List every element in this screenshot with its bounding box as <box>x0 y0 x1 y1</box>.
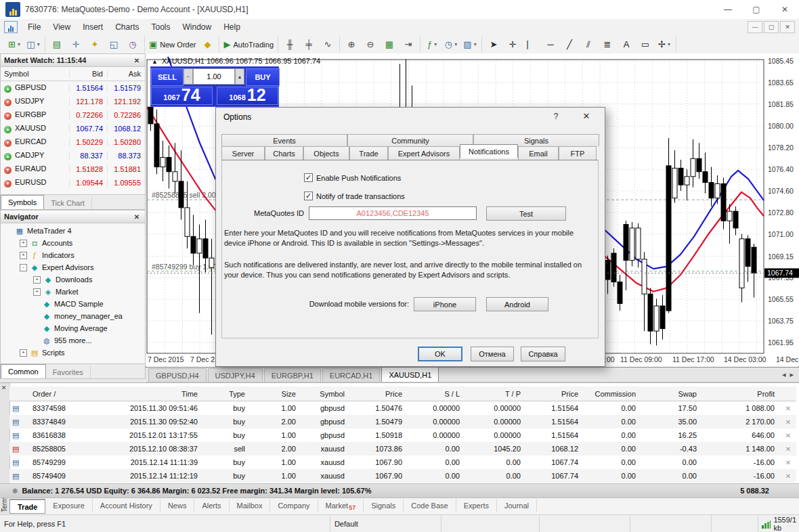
auto-scroll-button[interactable]: ▦ <box>380 37 399 53</box>
market-watch-row[interactable]: ▼EURCAD1.502291.50280 <box>1 135 145 149</box>
navigator-item-expert-advisors[interactable]: -◆Expert Advisors <box>1 261 145 273</box>
terminal-tab-alerts[interactable]: Alerts <box>194 499 229 512</box>
new-order-button[interactable]: ▣New Order <box>147 37 198 53</box>
dialog-tab-ftp[interactable]: FTP <box>559 146 597 160</box>
navigator-item-moving-average[interactable]: ◆Moving Average <box>1 322 145 334</box>
navigator-item-955-more-[interactable]: ◍955 more... <box>1 334 145 347</box>
terminal-tab-market[interactable]: Market57 <box>318 499 364 512</box>
market-watch-row[interactable]: ▼EURAUD1.518281.51881 <box>1 162 145 176</box>
table-row[interactable]: ▤857492992015.12.14 11:11:39buy1.00xauus… <box>9 456 796 469</box>
chart-tab-eurcad-h1[interactable]: EURCAD,H1 <box>322 368 381 382</box>
test-button[interactable]: Test <box>486 206 566 221</box>
navigator-item-macd-sample[interactable]: ◆MACD Sample <box>1 298 145 310</box>
menu-window[interactable]: Window <box>177 19 218 35</box>
cursor-button[interactable]: ➤ <box>484 37 503 53</box>
navigator-item-metatrader-4[interactable]: ▦MetaTrader 4 <box>1 225 145 237</box>
close-position-icon[interactable]: ✕ <box>780 472 796 480</box>
market-watch-tab-tick-chart[interactable]: Tick Chart <box>44 197 92 209</box>
menu-tools[interactable]: Tools <box>146 19 177 35</box>
market-watch-button[interactable]: ▤ <box>47 37 66 53</box>
expand-icon[interactable]: + <box>33 288 41 296</box>
chart-tabs-scroll-left-icon[interactable]: ◂ <box>782 370 786 379</box>
window-close-button[interactable]: ✕ <box>771 0 799 19</box>
navigator-item-downloads[interactable]: +◆Downloads <box>1 273 145 286</box>
horizontal-line-button[interactable]: ─ <box>541 37 560 53</box>
indicators-button[interactable]: ƒ▾ <box>423 37 441 53</box>
crosshair-button[interactable]: ✛ <box>503 37 522 53</box>
text-button[interactable]: A <box>617 37 636 53</box>
market-watch-row[interactable]: ▼USDJPY121.178121.192 <box>1 95 145 108</box>
navigator-tab-common[interactable]: Common <box>1 364 46 378</box>
chart-line-button[interactable]: ∿ <box>318 37 337 53</box>
menu-help[interactable]: Help <box>217 19 246 35</box>
close-position-icon[interactable]: ✕ <box>780 418 796 426</box>
close-position-icon[interactable]: ✕ <box>780 432 796 439</box>
navigator-item-scripts[interactable]: +▤Scripts <box>1 347 145 359</box>
chart-close-button[interactable]: ✕ <box>780 21 795 33</box>
chart-tab-usdjpy-h4[interactable]: USDJPY,H4 <box>208 368 263 382</box>
expand-icon[interactable]: + <box>20 240 27 247</box>
ok-button[interactable]: OK <box>418 347 462 361</box>
menu-view[interactable]: View <box>47 19 77 35</box>
buy-button[interactable]: BUY <box>246 68 280 86</box>
market-watch-row[interactable]: ▲GBPUSD1.515641.51579 <box>1 81 145 95</box>
volume-decrease-button[interactable]: − <box>183 68 193 85</box>
expand-icon[interactable]: + <box>20 349 27 357</box>
terminal-tab-trade[interactable]: Trade <box>9 499 45 514</box>
collapse-icon[interactable]: - <box>20 264 27 271</box>
arrows-button[interactable]: ✢▾ <box>655 37 674 53</box>
terminal-tab-news[interactable]: News <box>160 499 195 512</box>
sell-price-panel[interactable]: 1067 74 <box>151 87 213 105</box>
vertical-line-button[interactable]: ⎸ <box>522 37 541 53</box>
terminal-tab-company[interactable]: Company <box>270 499 318 512</box>
dialog-tab-expert-advisors[interactable]: Expert Advisors <box>388 146 460 160</box>
menu-file[interactable]: File <box>22 19 47 35</box>
navigator-item-indicators[interactable]: +ƒIndicators <box>1 249 145 261</box>
market-watch-close-icon[interactable]: ✕ <box>132 57 142 64</box>
terminal-tab-signals[interactable]: Signals <box>364 499 404 512</box>
chart-tabs-scroll-right-icon[interactable]: ▸ <box>790 370 794 379</box>
window-minimize-button[interactable]: — <box>714 0 742 19</box>
zoom-out-button[interactable]: ⊖ <box>361 37 380 53</box>
status-profile[interactable]: Default <box>330 515 441 532</box>
table-row[interactable]: ▤836168382015.12.01 13:17:55buy1.00gbpus… <box>9 428 796 442</box>
dialog-help-icon[interactable]: ? <box>550 112 561 121</box>
market-watch-tab-symbols[interactable]: Symbols <box>1 195 44 209</box>
android-button[interactable]: Android <box>486 297 548 311</box>
expand-icon[interactable]: + <box>33 276 41 284</box>
navigator-button[interactable]: ✦ <box>85 37 104 53</box>
close-position-icon[interactable]: ✕ <box>780 459 796 466</box>
profiles-button[interactable]: ◫▾ <box>24 37 43 53</box>
iphone-button[interactable]: iPhone <box>414 297 476 311</box>
terminal-tab-mailbox[interactable]: Mailbox <box>230 499 271 512</box>
market-watch-row[interactable]: ▲XAUUSD1067.741068.12 <box>1 122 145 135</box>
chart-bars-button[interactable]: ╫ <box>280 37 299 53</box>
dialog-tab-notifications[interactable]: Notifications <box>460 144 518 158</box>
equidistant-channel-button[interactable]: ⫽ <box>579 37 598 53</box>
dialog-tab-objects[interactable]: Objects <box>303 146 349 160</box>
navigator-close-icon[interactable]: ✕ <box>132 213 142 221</box>
close-position-icon[interactable]: ✕ <box>780 405 796 412</box>
notify-trade-checkbox[interactable]: ✓ <box>304 192 313 200</box>
dialog-close-icon[interactable]: ✕ <box>580 111 592 121</box>
terminal-close-icon[interactable]: ✕ <box>1 384 7 391</box>
chart-tab-xauusd-h1[interactable]: XAUUSD,H1 <box>381 367 439 382</box>
chart-tab-eurgbp-h1[interactable]: EURGBP,H1 <box>264 368 321 382</box>
menu-charts[interactable]: Charts <box>109 19 145 35</box>
volume-increase-button[interactable]: ▴ <box>235 68 244 85</box>
enable-push-checkbox[interactable]: ✓ <box>304 173 313 182</box>
notify-trade-checkbox-row[interactable]: ✓ Notify of trade transactions <box>304 192 405 200</box>
dialog-tab-charts[interactable]: Charts <box>265 146 303 160</box>
templates-button[interactable]: ▨▾ <box>460 37 479 53</box>
chart-restore-button[interactable]: ▢ <box>764 21 779 33</box>
fibonacci-button[interactable]: ≣ <box>598 37 617 53</box>
market-watch-row[interactable]: ▼EURGBP0.722660.72286 <box>1 108 145 122</box>
buy-price-panel[interactable]: 1068 12 <box>217 87 278 105</box>
autotrading-button[interactable]: ▶AutoTrading <box>221 37 276 53</box>
terminal-tab-code-base[interactable]: Code Base <box>404 499 456 512</box>
dialog-tab-events[interactable]: Events <box>221 134 347 146</box>
cancel-button[interactable]: Отмена <box>471 347 514 361</box>
navigator-item-accounts[interactable]: +◘Accounts <box>1 237 145 249</box>
terminal-tab-experts[interactable]: Experts <box>456 499 497 512</box>
new-chart-button[interactable]: ⊞▾ <box>5 37 24 53</box>
